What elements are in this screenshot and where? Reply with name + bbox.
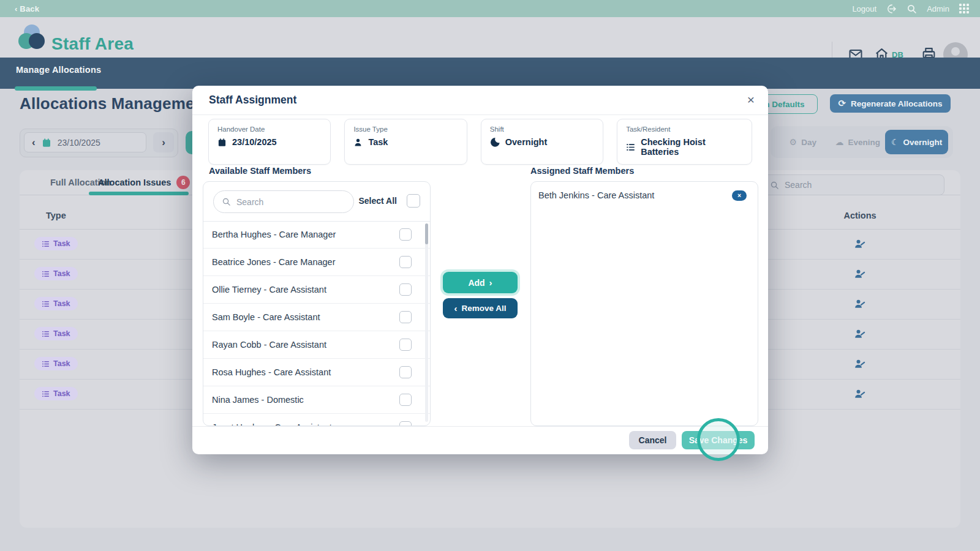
staff-assignment-modal: Staff Assignment × Handover Date 23/10/2… [192,86,768,454]
close-icon[interactable]: × [741,90,761,110]
staff-checkbox[interactable] [399,228,412,241]
next-day-button[interactable]: › [153,132,174,152]
staff-list-item[interactable]: Janet Hughes - Care Assistant [203,414,430,425]
column-actions: Actions [840,211,880,220]
search-icon[interactable] [907,4,917,14]
staff-checkbox[interactable] [399,283,412,296]
moon-icon: ☾ [891,138,899,146]
assignment-summary-fields: Handover Date 23/10/2025 Issue Type Task [208,119,752,165]
task-type-badge: Task [34,387,78,400]
staff-name: Rosa Hughes - Care Assistant [212,367,331,377]
staff-name: Janet Hughes - Care Assistant [212,422,332,425]
main-nav: Manage Allocations [0,58,980,89]
assigned-staff-heading: Assigned Staff Members [530,166,634,176]
assigned-staff-list: Beth Jenkins - Care Assistant × [531,182,758,209]
click-indicator-circle [697,418,740,461]
cloud-icon: ☁ [835,138,844,146]
edit-user-icon [854,358,866,370]
staff-checkbox[interactable] [399,421,412,425]
task-type-badge: Task [34,327,78,340]
logout-link[interactable]: Logout [852,4,876,13]
apps-grid-icon[interactable] [959,4,969,13]
chevron-right-icon: › [489,278,492,287]
select-all-label: Select All [358,196,397,206]
task-list-icon [42,270,50,278]
search-icon [770,181,779,190]
calendar-icon [42,138,51,148]
remove-staff-chip[interactable]: × [732,190,747,201]
field-issue-type: Issue Type Task [344,119,467,165]
app-logo [18,24,45,50]
staff-list-item[interactable]: Rayan Cobb - Care Assistant [203,331,430,359]
staff-search-row: Search Select All [203,182,430,222]
staff-checkbox[interactable] [399,366,412,378]
task-list-icon [42,360,50,368]
edit-user-icon [854,268,866,280]
regenerate-allocations-button[interactable]: ⟳ Regenerate Allocations [830,94,951,113]
shift-option-day[interactable]: ⚙ Day [775,138,831,147]
edit-user-icon [854,328,866,340]
list-scrollbar-track[interactable] [425,223,428,422]
search-icon [222,197,231,206]
table-search-input[interactable]: Search [762,174,944,195]
task-type-badge: Task [34,237,78,250]
assign-staff-button[interactable] [840,388,880,400]
staff-list-item[interactable]: Sam Boyle - Care Assistant [203,304,430,331]
assign-staff-button[interactable] [840,358,880,370]
available-staff-heading: Available Staff Members [209,166,311,176]
remove-all-button[interactable]: ‹ Remove All [443,298,518,318]
staff-name: Sam Boyle - Care Assistant [212,312,320,322]
assign-staff-button[interactable] [840,328,880,340]
staff-list-item[interactable]: Ollie Tierney - Care Assistant [203,276,430,304]
staff-checkbox[interactable] [399,256,412,268]
assign-staff-button[interactable] [840,238,880,250]
moon-icon [490,137,500,147]
issues-count-badge: 6 [176,176,190,189]
nav-item-manage-allocations[interactable]: Manage Allocations [16,65,101,75]
staff-name: Bertha Hughes - Care Manager [212,230,336,239]
field-task-resident: Task/Resident Checking Hoist Batteries [617,119,752,165]
back-link[interactable]: ‹ Back [15,4,39,13]
available-staff-list: Bertha Hughes - Care Manager Beatrice Jo… [203,221,430,425]
staff-checkbox[interactable] [399,339,412,351]
staff-list-item[interactable]: Bertha Hughes - Care Manager [203,221,430,249]
staff-list-item[interactable]: Beatrice Jones - Care Manager [203,249,430,276]
task-list-icon [42,240,50,248]
shift-option-overnight-active[interactable]: ☾ Overnight [885,130,948,154]
assigned-staff-name: Beth Jenkins - Care Assistant [538,190,654,200]
logout-icon[interactable] [886,4,897,14]
task-type-badge: Task [34,297,78,310]
task-list-icon [42,390,50,398]
select-all-checkbox[interactable] [407,194,420,208]
app-header: Staff Area DB [0,17,980,58]
column-type: Type [46,211,66,220]
admin-link[interactable]: Admin [927,4,949,13]
available-staff-panel: Search Select All Bertha Hughes - Care M… [203,181,431,426]
task-list-icon [42,300,50,308]
tab-allocation-issues[interactable]: Allocation Issues 6 [98,170,190,195]
nav-active-underline [15,86,97,91]
modal-header: Staff Assignment × [192,86,768,115]
assign-staff-button[interactable] [840,268,880,280]
staff-name: Beatrice Jones - Care Manager [212,257,336,267]
date-selector: ‹ 23/10/2025 › [20,129,178,157]
app-title: Staff Area [51,34,134,54]
list-scrollbar-thumb[interactable] [425,223,428,244]
cancel-button[interactable]: Cancel [629,431,676,449]
task-list-icon [42,330,50,338]
gear-sun-icon: ⚙ [790,138,797,146]
previous-day-chevron[interactable]: ‹ [32,137,36,149]
staff-checkbox[interactable] [399,394,412,406]
staff-list-item[interactable]: Nina James - Domestic [203,386,430,414]
assign-staff-button[interactable] [840,298,880,310]
assigned-staff-panel: Beth Jenkins - Care Assistant × [530,181,758,426]
shift-option-evening[interactable]: ☁ Evening [831,138,886,147]
staff-list-item[interactable]: Rosa Hughes - Care Assistant [203,359,430,386]
staff-search-input[interactable]: Search [213,190,354,213]
staff-name: Ollie Tierney - Care Assistant [212,285,326,294]
date-display[interactable]: ‹ 23/10/2025 [24,132,146,152]
staff-name: Rayan Cobb - Care Assistant [212,340,326,350]
add-button[interactable]: Add › [443,272,518,293]
calendar-icon [217,138,227,147]
staff-checkbox[interactable] [399,311,412,323]
